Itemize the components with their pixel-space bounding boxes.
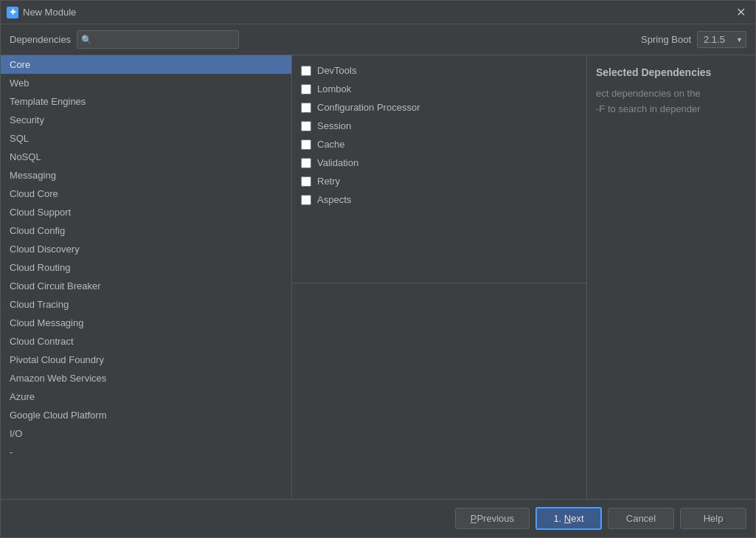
window-title: New Module [23,7,732,18]
lombok-label: Lombok [317,83,351,94]
session-checkbox[interactable] [301,121,311,131]
category-item-cloud-contract[interactable]: Cloud Contract [1,332,291,351]
dependencies-label: Dependencies [10,34,71,45]
next-button[interactable]: 1. Next [535,507,602,530]
category-item-amazon-web-services[interactable]: Amazon Web Services [1,369,291,387]
category-item-template-engines[interactable]: Template Engines [1,92,291,111]
main-area: Core Web Template Engines Security SQL N… [1,55,755,499]
category-item-google-cloud-platform[interactable]: Google Cloud Platform [1,406,291,424]
cache-checkbox[interactable] [301,139,311,150]
aspects-checkbox[interactable] [301,195,311,205]
spring-boot-select[interactable]: 2.1.5 2.1.4 2.0.9 1.5.21 [697,31,746,48]
category-item-cloud-tracing[interactable]: Cloud Tracing [1,295,291,314]
configuration-processor-checkbox[interactable] [301,103,311,113]
title-bar: ✦ New Module ✕ [1,1,755,24]
category-item-core[interactable]: Core [1,55,291,74]
new-module-window: ✦ New Module ✕ Dependencies 🔍 Spring Boo… [0,0,756,538]
content-area: Dependencies 🔍 Spring Boot 2.1.5 2.1.4 2… [1,24,755,537]
retry-label: Retry [317,176,340,187]
dependencies-panel: DevTools Lombok Configuration Processor … [292,55,587,499]
app-icon: ✦ [7,7,18,18]
devtools-checkbox[interactable] [301,66,311,76]
category-item-misc[interactable]: - [1,443,291,461]
configuration-processor-label: Configuration Processor [317,102,420,113]
spring-boot-label: Spring Boot [641,34,691,45]
list-item[interactable]: Cache [292,135,586,154]
previous-button[interactable]: PPrevious [455,508,530,529]
search-container: 🔍 [77,30,239,49]
cancel-button[interactable]: Cancel [608,508,674,529]
category-item-messaging[interactable]: Messaging [1,166,291,184]
category-item-cloud-core[interactable]: Cloud Core [1,184,291,203]
categories-panel: Core Web Template Engines Security SQL N… [1,55,292,499]
close-button[interactable]: ✕ [732,4,749,21]
validation-label: Validation [317,157,358,168]
list-item[interactable]: DevTools [292,61,586,80]
category-item-cloud-config[interactable]: Cloud Config [1,221,291,240]
hint-text: ect dependencies on the -F to search in … [596,86,746,117]
help-button[interactable]: Help [680,508,746,529]
category-item-azure[interactable]: Azure [1,387,291,406]
list-item[interactable]: Retry [292,172,586,190]
list-item[interactable]: Validation [292,154,586,172]
category-item-pivotal-cloud-foundry[interactable]: Pivotal Cloud Foundry [1,351,291,369]
selected-deps-title: Selected Dependencies [596,64,746,80]
list-item[interactable]: Aspects [292,190,586,209]
category-item-cloud-circuit-breaker[interactable]: Cloud Circuit Breaker [1,277,291,295]
category-item-security[interactable]: Security [1,111,291,129]
category-item-sql[interactable]: SQL [1,129,291,148]
session-label: Session [317,120,351,131]
devtools-label: DevTools [317,65,356,76]
category-item-cloud-routing[interactable]: Cloud Routing [1,258,291,277]
footer: PPrevious 1. Next Cancel Help [1,499,755,537]
spring-boot-select-wrapper: 2.1.5 2.1.4 2.0.9 1.5.21 [697,31,746,48]
category-item-cloud-discovery[interactable]: Cloud Discovery [1,240,291,258]
retry-checkbox[interactable] [301,176,311,187]
selected-dependencies-panel: Selected Dependencies ect dependencies o… [587,55,755,499]
deps-list: DevTools Lombok Configuration Processor … [292,55,586,283]
category-item-cloud-support[interactable]: Cloud Support [1,203,291,221]
aspects-label: Aspects [317,194,351,205]
validation-checkbox[interactable] [301,158,311,168]
category-item-io[interactable]: I/O [1,424,291,443]
lombok-checkbox[interactable] [301,84,311,94]
cache-label: Cache [317,139,345,150]
search-input[interactable] [77,30,239,49]
list-item[interactable]: Configuration Processor [292,98,586,117]
category-item-cloud-messaging[interactable]: Cloud Messaging [1,314,291,332]
list-item[interactable]: Lombok [292,80,586,98]
category-item-nosql[interactable]: NoSQL [1,148,291,166]
list-item[interactable]: Session [292,117,586,135]
category-item-web[interactable]: Web [1,74,291,92]
top-bar: Dependencies 🔍 Spring Boot 2.1.5 2.1.4 2… [1,24,755,55]
search-icon: 🔍 [81,35,92,45]
